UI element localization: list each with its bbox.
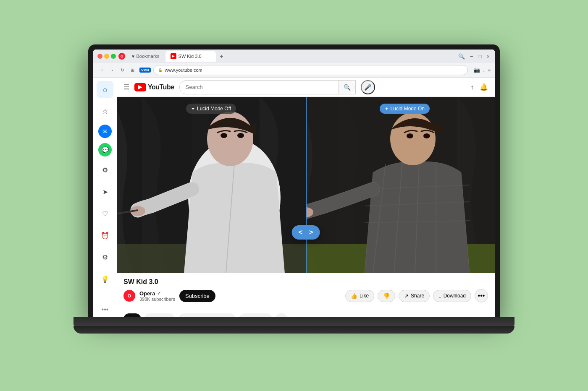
bookmarks-tab[interactable]: ♥ Bookmarks: [128, 52, 164, 60]
dislike-icon: 👎: [383, 293, 390, 299]
new-tab-button[interactable]: +: [218, 52, 226, 60]
search-icon[interactable]: 🔍: [457, 52, 466, 60]
tab-favicon: ▶: [171, 53, 176, 59]
refresh-button[interactable]: ↻: [118, 65, 127, 75]
url-text: www.youtube.com: [165, 68, 463, 73]
filter-all[interactable]: All: [123, 313, 141, 317]
verified-badge: ✓: [157, 291, 161, 296]
lucid-mode-on-label[interactable]: ✦ Lucid Mode On: [380, 104, 430, 114]
sidebar-whatsapp[interactable]: 💬: [98, 143, 112, 156]
heart-icon: ♥: [132, 54, 135, 59]
forward-button[interactable]: ›: [108, 65, 117, 75]
search-button[interactable]: 🔍: [339, 81, 355, 94]
slider-right-arrow[interactable]: >: [309, 229, 313, 236]
window-action-controls: 🔍 − □ ×: [457, 52, 491, 60]
laptop-foot: [74, 326, 514, 334]
slider-handle[interactable]: < >: [292, 225, 320, 240]
video-title: SW Kid 3.0: [123, 278, 488, 286]
filter-related[interactable]: Related: [144, 313, 175, 317]
url-bar[interactable]: 🔒 www.youtube.com: [153, 65, 468, 75]
whatsapp-icon: 💬: [102, 146, 109, 153]
download-icon: ↓: [438, 293, 441, 299]
heart-icon: ♡: [102, 210, 108, 218]
sidebar-gear[interactable]: ⚙: [97, 249, 113, 266]
youtube-logo-text: YouTube: [148, 83, 174, 91]
split-slider-control[interactable]: < >: [292, 225, 320, 240]
mic-button[interactable]: 🎤: [361, 80, 375, 94]
opera-sidebar: ⌂ ☆ ✉ 💬 ⚙ ➤: [93, 78, 117, 317]
share-icon: ↗: [404, 293, 409, 299]
slider-left-arrow[interactable]: <: [299, 229, 302, 236]
more-options-button[interactable]: •••: [475, 289, 488, 302]
like-icon: 👍: [351, 293, 357, 299]
youtube-logo-icon: [134, 83, 146, 91]
filter-next-arrow[interactable]: ›: [276, 313, 287, 317]
channel-name: Opera ✓: [139, 290, 175, 297]
address-bar: ‹ › ↻ ⊞ VPN 🔒 www.youtube.com 📷 ↓ ≡: [93, 63, 495, 77]
upload-icon[interactable]: ↑: [470, 83, 474, 91]
maximize-button[interactable]: [111, 54, 116, 59]
vpn-badge[interactable]: VPN: [139, 68, 151, 73]
split-divider[interactable]: [306, 97, 307, 273]
win-maximize-icon[interactable]: □: [478, 52, 483, 60]
youtube-main-content: ☰ YouTube 🔍 🎤 ↑ 🔔: [117, 78, 495, 317]
tab-label: SW Kid 3.0: [178, 54, 202, 59]
filter-bar: All Related Recently uploaded Watched ›: [117, 310, 495, 317]
svg-rect-8: [117, 97, 306, 273]
sidebar-messenger[interactable]: ✉: [98, 125, 112, 138]
minimize-button[interactable]: [104, 54, 109, 59]
opera-logo: O: [118, 53, 125, 60]
header-right-icons: ↑ 🔔: [470, 83, 488, 91]
share-button[interactable]: ↗ Share: [399, 290, 430, 302]
lucid-mode-off-label[interactable]: ✦ Lucid Mode Off: [186, 104, 236, 114]
video-player[interactable]: ✦ Lucid Mode Off ✦ Lucid Mode On < >: [117, 97, 495, 273]
action-buttons: 👍 Like 👎 ↗ Share: [345, 289, 488, 302]
dislike-button[interactable]: 👎: [378, 290, 395, 302]
sidebar-history[interactable]: ⏰: [97, 227, 113, 244]
youtube-header: ☰ YouTube 🔍 🎤 ↑ 🔔: [117, 78, 495, 97]
nav-buttons: ‹ › ↻ ⊞: [97, 65, 137, 75]
back-button[interactable]: ‹: [97, 65, 107, 75]
sidebar-settings[interactable]: ⚙: [97, 162, 113, 178]
sidebar-send[interactable]: ➤: [97, 183, 113, 200]
send-icon: ➤: [102, 188, 108, 196]
download-icon[interactable]: ↓: [483, 67, 485, 73]
bulb-icon: 💡: [101, 275, 109, 283]
gear-icon: ⚙: [102, 253, 108, 261]
menu-icon[interactable]: ≡: [488, 67, 491, 73]
download-button[interactable]: ↓ Download: [433, 290, 471, 302]
youtube-logo[interactable]: YouTube: [134, 83, 174, 91]
extensions-button[interactable]: ⊞: [128, 65, 137, 75]
sidebar-home[interactable]: ⌂: [97, 81, 113, 98]
bell-icon[interactable]: 🔔: [480, 83, 488, 91]
sidebar-favorites[interactable]: ☆: [97, 103, 113, 120]
window-controls: [97, 54, 116, 59]
filter-watched[interactable]: Watched: [239, 313, 272, 317]
win-minimize-icon[interactable]: −: [469, 52, 474, 60]
filter-recently-uploaded[interactable]: Recently uploaded: [178, 313, 236, 317]
sidebar-bulb[interactable]: 💡: [97, 271, 113, 287]
screenshot-icon[interactable]: 📷: [474, 67, 480, 73]
subscribe-button[interactable]: Subscribe: [179, 290, 215, 302]
sidebar-dots[interactable]: •••: [102, 306, 109, 313]
video-info: SW Kid 3.0 O Opera ✓ 398K subscribers Su…: [117, 273, 495, 306]
youtube-search-bar[interactable]: 🔍: [179, 80, 356, 94]
close-button[interactable]: [97, 54, 102, 59]
channel-subs: 398K subscribers: [139, 297, 175, 302]
sidebar-heart[interactable]: ♡: [97, 205, 113, 222]
active-tab[interactable]: ▶ SW Kid 3.0: [165, 51, 216, 62]
like-button[interactable]: 👍 Like: [345, 290, 374, 302]
youtube-layout: ⌂ ☆ ✉ 💬 ⚙ ➤: [93, 78, 495, 317]
home-icon: ⌂: [103, 86, 107, 93]
lock-icon: 🔒: [158, 68, 163, 72]
browser-right-icons: 📷 ↓ ≡: [474, 67, 491, 73]
star-icon-right: ✦: [385, 106, 388, 112]
win-close-icon[interactable]: ×: [486, 52, 491, 60]
search-input[interactable]: [180, 82, 339, 92]
channel-info: Opera ✓ 398K subscribers: [139, 290, 175, 302]
channel-avatar: O: [123, 290, 135, 302]
tab-bar: ♥ Bookmarks ▶ SW Kid 3.0 +: [128, 51, 455, 62]
history-icon: ⏰: [101, 232, 109, 240]
hamburger-menu[interactable]: ☰: [123, 83, 129, 91]
svg-rect-23: [306, 97, 495, 273]
